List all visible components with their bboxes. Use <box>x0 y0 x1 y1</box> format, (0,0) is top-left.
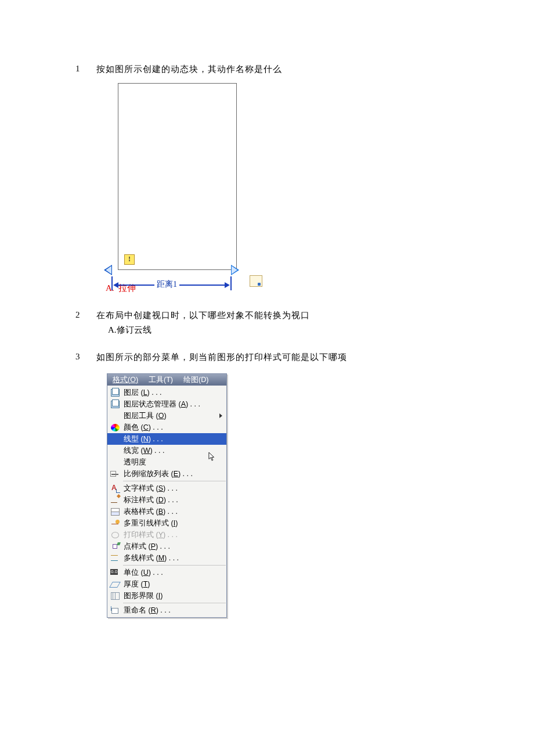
menu-tab-format[interactable]: 格式(O) <box>110 375 140 385</box>
format-menu: 格式(O) 工具(T) 绘图(D) 图层 (L) . . .图层状态管理器 (A… <box>107 373 227 618</box>
menu-item-label: 打印样式 (Y) . . . <box>124 530 223 540</box>
menu-item[interactable]: 线型 (N) . . . <box>107 433 226 445</box>
blank-icon <box>110 447 120 455</box>
menu-body: 图层 (L) . . .图层状态管理器 (A) . . .图层工具 (O)颜色 … <box>107 386 226 617</box>
ic-rename-icon <box>110 606 120 615</box>
menu-item-label: 厚度 (T) <box>124 579 223 589</box>
ic-scale-icon <box>110 470 120 478</box>
submenu-arrow-icon <box>219 413 222 418</box>
menu-item-label: 重命名 (R) . . . <box>124 606 223 615</box>
menu-tab-tools[interactable]: 工具(T) <box>146 375 175 385</box>
dim-arrow-right-icon <box>225 282 230 288</box>
menu-item[interactable]: 表格样式 (B) . . . <box>107 506 226 517</box>
menu-titlebar: 格式(O) 工具(T) 绘图(D) <box>107 374 226 386</box>
menu-item-label: 单位 (U) . . . <box>124 568 223 578</box>
menu-item-label: 图层工具 (O) <box>124 411 216 421</box>
block-grip-icon <box>250 275 262 287</box>
menu-item[interactable]: 图层状态管理器 (A) . . . <box>107 398 226 410</box>
ic-print-icon <box>110 531 120 539</box>
menu-item[interactable]: 多线样式 (M) . . . <box>107 552 226 564</box>
menu-item[interactable]: 颜色 (C) . . . <box>107 422 226 433</box>
dimension-label: 距离1 <box>154 279 179 290</box>
q2-number: 2 <box>75 310 96 320</box>
menu-item-label: 文字样式 (S) . . . <box>124 484 223 494</box>
q3-number: 3 <box>75 352 96 362</box>
ic-table-icon <box>110 507 120 516</box>
menu-item[interactable]: 单位 (U) . . . <box>107 567 226 578</box>
menu-item[interactable]: 图层 (L) . . . <box>107 387 226 398</box>
menu-item[interactable]: 厚度 (T) <box>107 578 226 590</box>
ic-dim-icon <box>110 496 120 505</box>
ic-color-icon <box>110 423 120 432</box>
menu-item[interactable]: 多重引线样式 (I) <box>107 517 226 529</box>
menu-item: 打印样式 (Y) . . . <box>107 529 226 541</box>
menu-item[interactable]: 图层工具 (O) <box>107 410 226 422</box>
menu-separator <box>123 603 226 603</box>
ic-unit-icon <box>110 568 120 577</box>
menu-item-label: 多线样式 (M) . . . <box>124 553 223 563</box>
q1-number: 1 <box>75 64 96 74</box>
ic-point-icon <box>110 542 120 551</box>
menu-item-label: 图层 (L) . . . <box>124 388 223 398</box>
menu-item[interactable]: 标注样式 (D) . . . <box>107 494 226 506</box>
menu-item[interactable]: 线宽 (W) . . . <box>107 445 226 456</box>
dynamic-block-rect: ! <box>118 83 237 270</box>
menu-item-label: 比例缩放列表 (E) . . . <box>124 469 223 479</box>
q1-figure: ! 距离1 <box>108 83 276 270</box>
menu-item[interactable]: 重命名 (R) . . . <box>107 604 226 616</box>
menu-tab-draw[interactable]: 绘图(D) <box>181 375 211 385</box>
ic-layer-icon <box>110 400 120 409</box>
menu-item-label: 多重引线样式 (I) <box>124 519 223 528</box>
dim-arrow-left-icon <box>113 282 118 288</box>
dimension-bar: 距离1 <box>111 280 232 290</box>
menu-item[interactable]: 比例缩放列表 (E) . . . <box>107 468 226 480</box>
ic-thick-icon <box>110 580 120 589</box>
blank-icon <box>110 412 120 420</box>
ic-text-icon <box>110 484 120 493</box>
ic-mline-icon <box>110 554 120 563</box>
menu-item-label: 表格样式 (B) . . . <box>124 507 223 517</box>
ic-limit-icon <box>110 592 120 600</box>
stretch-handles: 距离1 <box>104 262 239 280</box>
menu-separator <box>123 565 226 566</box>
menu-item-label: 颜色 (C) . . . <box>124 423 223 433</box>
blank-icon <box>110 435 120 444</box>
menu-item[interactable]: 透明度 <box>107 456 226 468</box>
menu-item-label: 透明度 <box>124 458 223 467</box>
menu-item-label: 图层状态管理器 (A) . . . <box>124 399 223 409</box>
blank-icon <box>110 458 120 467</box>
q1-text: 按如图所示创建的动态块，其动作名称是什么 <box>96 64 482 75</box>
menu-item-label: 点样式 (P) . . . <box>124 542 223 552</box>
menu-item-label: 线宽 (W) . . . <box>124 446 223 456</box>
menu-item[interactable]: 点样式 (P) . . . <box>107 541 226 552</box>
menu-item-label: 图形界限 (I) <box>124 591 223 601</box>
menu-item[interactable]: 图形界限 (I) <box>107 590 226 602</box>
q2-answer: A.修订云线 <box>108 325 482 336</box>
q3-text: 如图所示的部分菜单，则当前图形的打印样式可能是以下哪项 <box>96 352 482 363</box>
menu-item-label: 标注样式 (D) . . . <box>124 495 223 505</box>
menu-item-label: 线型 (N) . . . <box>124 434 223 444</box>
menu-separator <box>123 481 226 481</box>
ic-mlead-icon <box>110 519 120 528</box>
menu-item[interactable]: 文字样式 (S) . . . <box>107 483 226 494</box>
q2-text: 在布局中创建视口时，以下哪些对象不能转换为视口 <box>96 310 482 321</box>
ic-layer-icon <box>110 388 120 397</box>
